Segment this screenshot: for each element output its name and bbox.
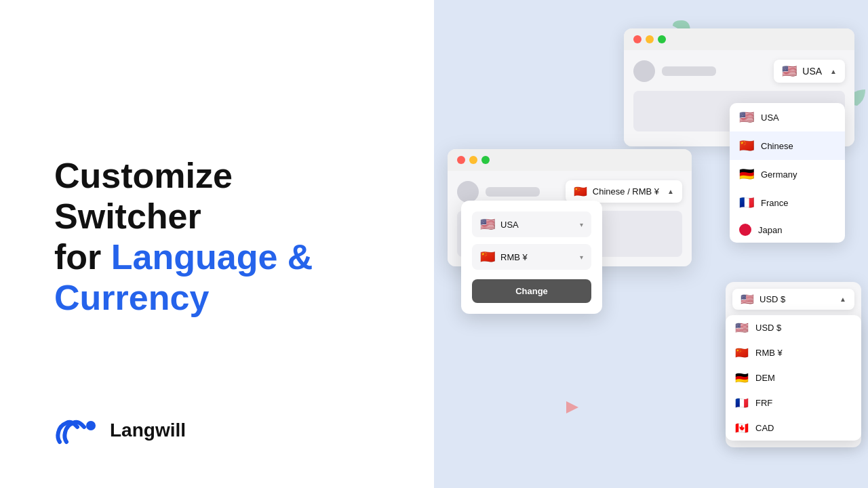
flag-chinese: 🇨🇳 bbox=[739, 138, 754, 153]
currency-select-label: RMB ¥ bbox=[500, 252, 574, 262]
lang-select-label: USA bbox=[500, 220, 574, 230]
trigger-flag-2: 🇨🇳 bbox=[574, 185, 587, 198]
currency-item-cad[interactable]: 🇨🇦 CAD bbox=[726, 415, 861, 441]
address-stub-2 bbox=[486, 187, 540, 197]
dropdown-item-usa[interactable]: 🇺🇸 USA bbox=[730, 103, 845, 131]
flag-usa: 🇺🇸 bbox=[739, 110, 754, 125]
logo-section: Langwill bbox=[54, 413, 186, 447]
currency-item-usd[interactable]: 🇺🇸 USD $ bbox=[726, 315, 861, 340]
dot-green-1 bbox=[658, 35, 666, 43]
lang-select-row[interactable]: 🇺🇸 USA ▾ bbox=[472, 211, 591, 237]
label-usd: USD $ bbox=[755, 323, 781, 333]
dot-green-2 bbox=[481, 156, 490, 164]
left-panel: Customize Switcher for Language & Curren… bbox=[0, 0, 434, 488]
headline-line3: Currency bbox=[54, 278, 209, 317]
flag-cad: 🇨🇦 bbox=[735, 422, 749, 434]
flag-rmb: 🇨🇳 bbox=[735, 346, 749, 359]
flag-japan bbox=[739, 224, 751, 236]
dot-yellow-1 bbox=[646, 35, 654, 43]
label-dem: DEM bbox=[755, 373, 775, 383]
currency-select-chevron: ▾ bbox=[580, 253, 583, 261]
dropdown-item-germany[interactable]: 🇩🇪 Germany bbox=[730, 160, 845, 188]
lang-select-chevron: ▾ bbox=[580, 221, 583, 228]
currency-trigger-flag: 🇺🇸 bbox=[741, 293, 754, 306]
dropdown-item-chinese[interactable]: 🇨🇳 Chinese bbox=[730, 131, 845, 160]
avatar-1 bbox=[633, 60, 655, 82]
label-rmb: RMB ¥ bbox=[755, 348, 783, 358]
dropdown-item-france[interactable]: 🇫🇷 France bbox=[730, 188, 845, 217]
right-panel: 🇺🇸 USA ▲ 🇺🇸 USA 🇨🇳 Chinese 🇩🇪 Germany bbox=[434, 0, 868, 488]
titlebar-2 bbox=[448, 149, 692, 171]
dot-red-1 bbox=[633, 35, 642, 43]
label-frf: FRF bbox=[755, 398, 772, 408]
currency-trigger-label: USD $ bbox=[760, 294, 834, 304]
label-usa: USA bbox=[761, 113, 779, 123]
trigger-label-2: Chinese / RMB ¥ bbox=[593, 186, 659, 197]
address-stub-1 bbox=[662, 66, 716, 76]
lang-trigger-1[interactable]: 🇺🇸 USA ▲ bbox=[774, 60, 845, 83]
headline: Customize Switcher for Language & Curren… bbox=[54, 156, 380, 318]
currency-item-frf[interactable]: 🇫🇷 FRF bbox=[726, 390, 861, 415]
label-cad: CAD bbox=[755, 423, 774, 433]
label-germany: Germany bbox=[761, 169, 797, 180]
browser-window-1: 🇺🇸 USA ▲ 🇺🇸 USA 🇨🇳 Chinese 🇩🇪 Germany bbox=[624, 28, 854, 146]
trigger-arrow-2: ▲ bbox=[667, 188, 674, 195]
titlebar-1 bbox=[624, 28, 854, 50]
browser-window-3: 🇺🇸 USD $ ▲ 🇺🇸 USD $ 🇨🇳 RMB ¥ 🇩🇪 DEM 🇫🇷 F… bbox=[726, 282, 861, 447]
headline-highlight: Language & bbox=[111, 237, 313, 277]
trigger-flag-1: 🇺🇸 bbox=[782, 64, 797, 79]
trigger-arrow-1: ▲ bbox=[830, 68, 837, 75]
currency-trigger-arrow: ▲ bbox=[840, 296, 846, 303]
lang-select-flag: 🇺🇸 bbox=[480, 217, 495, 232]
currency-item-dem[interactable]: 🇩🇪 DEM bbox=[726, 365, 861, 390]
currency-select-flag: 🇨🇳 bbox=[480, 249, 495, 264]
lang-trigger-2[interactable]: 🇨🇳 Chinese / RMB ¥ ▲ bbox=[566, 180, 682, 203]
avatar-2 bbox=[457, 181, 479, 203]
change-button[interactable]: Change bbox=[472, 279, 591, 303]
headline-line1: Customize Switcher bbox=[54, 156, 233, 236]
currency-select-row[interactable]: 🇨🇳 RMB ¥ ▾ bbox=[472, 244, 591, 270]
flag-dem: 🇩🇪 bbox=[735, 371, 749, 384]
deco-arrow-bottom bbox=[566, 401, 578, 413]
trigger-label-1: USA bbox=[802, 66, 822, 77]
address-bar-row-1: 🇺🇸 USA ▲ bbox=[633, 60, 845, 83]
langwill-logo-icon bbox=[54, 413, 100, 447]
label-france: France bbox=[761, 198, 788, 208]
dot-red-2 bbox=[457, 156, 465, 164]
address-bar-row-2: 🇨🇳 Chinese / RMB ¥ ▲ bbox=[457, 180, 682, 203]
flag-germany: 🇩🇪 bbox=[739, 167, 754, 182]
settings-popup: 🇺🇸 USA ▾ 🇨🇳 RMB ¥ ▾ Change bbox=[461, 201, 602, 314]
headline-line2: for Language & bbox=[54, 237, 313, 277]
logo-text: Langwill bbox=[110, 420, 186, 441]
flag-france: 🇫🇷 bbox=[739, 195, 754, 210]
currency-dropdown: 🇺🇸 USD $ 🇨🇳 RMB ¥ 🇩🇪 DEM 🇫🇷 FRF 🇨🇦 CAD bbox=[726, 315, 861, 441]
flag-frf: 🇫🇷 bbox=[735, 396, 749, 409]
flag-usd: 🇺🇸 bbox=[735, 321, 749, 334]
dot-yellow-2 bbox=[469, 156, 477, 164]
svg-marker-1 bbox=[566, 401, 578, 413]
dropdown-item-japan[interactable]: Japan bbox=[730, 217, 845, 243]
dropdown-menu-1: 🇺🇸 USA 🇨🇳 Chinese 🇩🇪 Germany 🇫🇷 France J… bbox=[730, 103, 845, 243]
label-japan: Japan bbox=[758, 225, 782, 235]
label-chinese: Chinese bbox=[761, 141, 793, 151]
svg-point-0 bbox=[86, 421, 96, 430]
currency-trigger[interactable]: 🇺🇸 USD $ ▲ bbox=[732, 289, 854, 310]
currency-item-rmb[interactable]: 🇨🇳 RMB ¥ bbox=[726, 340, 861, 365]
